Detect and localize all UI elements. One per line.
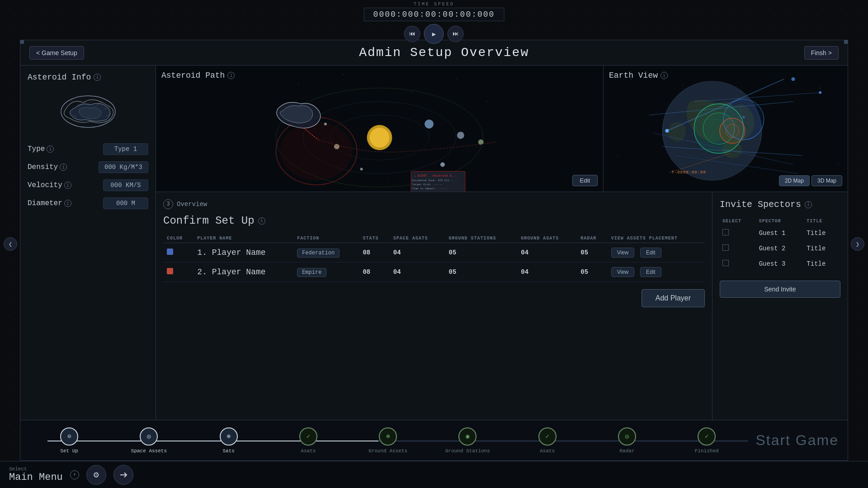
spectator-name-cell: Guest 3: [756, 256, 804, 272]
play-button[interactable]: ▶: [424, 24, 444, 44]
spectator-name-cell: Guest 1: [756, 225, 804, 241]
finish-button[interactable]: Finsh >: [804, 46, 839, 60]
spectator-row: Guest 2 Title: [720, 241, 840, 256]
svg-point-19: [440, 162, 445, 167]
left-arrow[interactable]: ❮: [4, 237, 17, 251]
confirm-title: Confirm Set Up i: [163, 215, 705, 227]
spectator-row: Guest 1 Title: [720, 225, 840, 241]
main-menu-label: Main Menu: [9, 472, 63, 483]
earth-viz: T-0000:00:00: [604, 66, 848, 192]
faction-badge: Empire: [297, 268, 326, 277]
progress-step[interactable]: ⊙ Set Up: [29, 427, 109, 454]
time-speed-label: TIME SPEED: [414, 2, 454, 7]
svg-point-52: [791, 77, 795, 81]
content-area: Asteroid Info i Type i Type 1: [20, 66, 848, 420]
faction-badge: Federation: [297, 249, 340, 258]
player-faction-cell: Federation: [293, 243, 359, 263]
asteroid-path-info-icon: i: [227, 72, 235, 79]
view-button[interactable]: View: [611, 267, 635, 277]
svg-point-32: [838, 164, 839, 165]
next-time-button[interactable]: ⏭: [448, 26, 464, 42]
progress-steps: ⊙ Set Up ◎ Space Assets ⊕ Sats ✓ Asats ⊕…: [29, 427, 746, 454]
view-button[interactable]: View: [611, 248, 635, 258]
svg-point-54: [742, 116, 745, 119]
svg-point-4: [456, 79, 457, 80]
col-space-asats: SPACE ASATS: [390, 234, 445, 243]
svg-point-22: [324, 123, 327, 126]
col-faction: FACTION: [293, 234, 359, 243]
player-actions-cell: View Edit: [608, 243, 705, 263]
player-ground-stations-cell: 05: [445, 263, 518, 282]
player-space-asats-cell: 04: [390, 243, 445, 263]
nav-icon-button[interactable]: [113, 465, 133, 485]
table-row: 2. Player Name Empire 08 04 05 04 05 Vie…: [163, 263, 705, 282]
velocity-field: Velocity i 000 KM/S: [28, 179, 148, 191]
svg-point-5: [487, 101, 488, 102]
type-value: Type 1: [103, 143, 148, 155]
edit-button[interactable]: Edit: [640, 248, 661, 258]
progress-step[interactable]: ✓ Asats: [508, 427, 587, 454]
progress-step[interactable]: ✓ Finished: [667, 427, 746, 454]
prev-time-button[interactable]: ⏮: [404, 26, 420, 42]
progress-step[interactable]: ⊕ Ground Assets: [348, 427, 428, 454]
add-player-button[interactable]: Add Player: [642, 289, 705, 307]
main-panel: < Game Setup Admin Setup Overview Finsh …: [20, 40, 848, 461]
overview-step-label: Overview: [177, 201, 207, 208]
map-3d-button[interactable]: 3D Map: [811, 175, 842, 186]
step-circle: ◎: [140, 427, 158, 446]
step-circle: ✓: [698, 427, 716, 446]
spectator-select-cell: [720, 241, 756, 256]
svg-point-51: [665, 129, 669, 132]
spectator-checkbox[interactable]: [722, 229, 729, 235]
step-label: Ground Assets: [368, 448, 407, 454]
progress-step[interactable]: ◉ Ground Stations: [428, 427, 507, 454]
overview-section: 3 Overview Confirm Set Up i COLOR PLAYER…: [156, 192, 848, 420]
viz-area: Asteroid Path i: [156, 66, 848, 420]
menu-arrow-icon[interactable]: ›: [70, 470, 79, 479]
time-controls: ⏮ ▶ ⏭: [404, 24, 464, 44]
col-ground-asats: GROUND ASATS: [517, 234, 577, 243]
velocity-info-icon: i: [64, 182, 71, 189]
back-button[interactable]: < Game Setup: [29, 46, 84, 60]
progress-bar: ⊙ Set Up ◎ Space Assets ⊕ Sats ✓ Asats ⊕…: [20, 420, 848, 460]
player-stats-cell: 08: [359, 263, 389, 282]
map-2d-button[interactable]: 2D Map: [779, 175, 810, 186]
player-name-cell: 1. Player Name: [193, 243, 293, 263]
col-ground-stations: GROUND STATIONS: [445, 234, 518, 243]
svg-point-7: [388, 178, 389, 178]
edit-button[interactable]: Edit: [640, 267, 661, 277]
svg-text:⚠ ALERT - Asteroid A...: ⚠ ALERT - Asteroid A...: [414, 174, 457, 178]
asteroid-info-icon: i: [94, 74, 101, 81]
progress-step[interactable]: ✓ Asats: [269, 427, 348, 454]
col-spector: SPECTOR: [756, 217, 804, 225]
time-display: 0000:000:00:00:00:000: [364, 8, 505, 21]
asteroid-path-edit-button[interactable]: Edit: [572, 175, 598, 186]
send-invite-button[interactable]: Send Invite: [720, 281, 840, 298]
spectator-row: Guest 3 Title: [720, 256, 840, 272]
progress-step[interactable]: ◎ Radar: [587, 427, 667, 454]
progress-step[interactable]: ◎ Space Assets: [109, 427, 189, 454]
step-circle: ✓: [538, 427, 557, 446]
player-color-dot: [167, 268, 173, 274]
spectator-title-cell: Title: [804, 241, 840, 256]
svg-text:Time to Impact: ------: Time to Impact: ------: [412, 187, 448, 190]
start-game-button[interactable]: Start Game: [755, 432, 839, 449]
type-field: Type i Type 1: [28, 143, 148, 155]
gear-icon-button[interactable]: ⚙: [86, 465, 106, 485]
earth-view-label: Earth View i: [609, 71, 668, 80]
right-arrow[interactable]: ❯: [851, 237, 864, 251]
step-badge: 3: [163, 199, 173, 209]
player-radar-cell: 05: [577, 263, 607, 282]
svg-point-31: [617, 155, 618, 156]
invite-info-icon: i: [805, 201, 812, 208]
step-circle: ✓: [299, 427, 317, 446]
overview-main: 3 Overview Confirm Set Up i COLOR PLAYER…: [156, 192, 712, 420]
spectator-select-cell: [720, 225, 756, 241]
svg-point-14: [370, 128, 390, 148]
spectator-title-cell: Title: [804, 225, 840, 241]
spectator-checkbox[interactable]: [722, 244, 729, 251]
select-label: Select: [9, 466, 63, 472]
map-buttons: 2D Map 3D Map: [779, 175, 842, 186]
progress-step[interactable]: ⊕ Sats: [189, 427, 269, 454]
spectator-checkbox[interactable]: [722, 260, 729, 266]
